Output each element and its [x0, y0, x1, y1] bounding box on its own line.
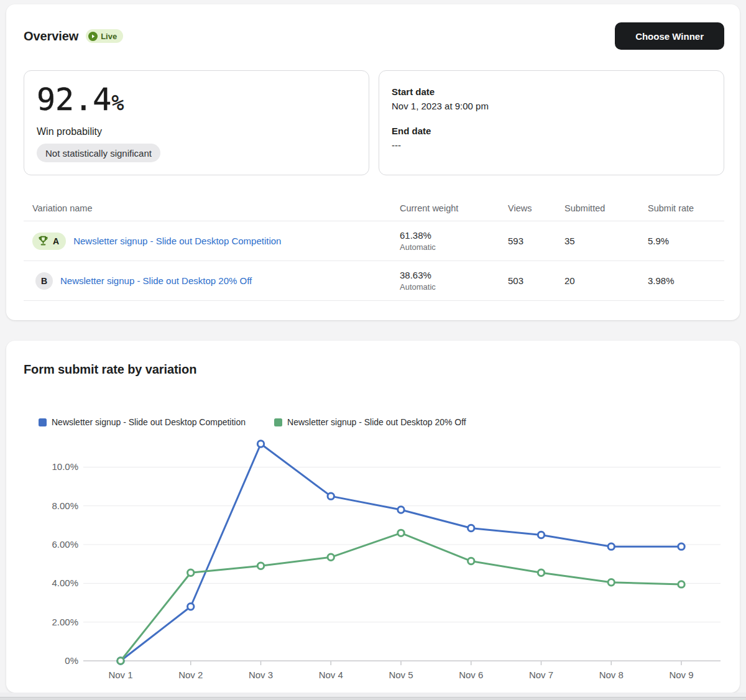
win-probability-label: Win probability	[37, 126, 356, 137]
svg-text:8.00%: 8.00%	[52, 500, 78, 511]
live-badge: Live	[86, 29, 123, 43]
choose-winner-button[interactable]: Choose Winner	[615, 22, 724, 50]
legend-item-variation-a: Newsletter signup - Slide out Desktop Co…	[39, 417, 246, 427]
views-value: 593	[508, 236, 564, 246]
weight-value: 38.63%	[400, 269, 508, 282]
table-row: B Newsletter signup - Slide out Desktop …	[24, 261, 724, 301]
svg-text:Nov 5: Nov 5	[389, 670, 413, 680]
win-probability-box: 92.4% Win probability Not statistically …	[24, 70, 369, 175]
weight-mode: Automatic	[400, 242, 508, 253]
start-date-value: Nov 1, 2023 at 9:00 pm	[392, 99, 711, 113]
legend-swatch-green	[274, 418, 282, 426]
variation-a-link[interactable]: Newsletter signup - Slide out Desktop Co…	[73, 236, 281, 246]
col-submitted: Submitted	[564, 203, 648, 213]
col-variation-name: Variation name	[24, 203, 400, 213]
table-row: A Newsletter signup - Slide out Desktop …	[24, 221, 724, 261]
submit-rate-line-chart: 0%2.00%4.00%6.00%8.00%10.0%Nov 1Nov 2Nov…	[24, 428, 725, 685]
legend-label: Newsletter signup - Slide out Desktop 20…	[287, 417, 466, 427]
svg-text:Nov 9: Nov 9	[669, 670, 693, 680]
svg-text:4.00%: 4.00%	[52, 578, 78, 588]
live-badge-label: Live	[101, 32, 117, 41]
svg-text:Nov 8: Nov 8	[599, 670, 624, 680]
legend-item-variation-b: Newsletter signup - Slide out Desktop 20…	[274, 417, 466, 427]
variation-b-badge: B	[35, 272, 53, 290]
svg-text:Nov 6: Nov 6	[459, 670, 483, 680]
legend-label: Newsletter signup - Slide out Desktop Co…	[52, 417, 246, 427]
svg-text:2.00%: 2.00%	[52, 617, 78, 627]
col-views: Views	[508, 203, 564, 213]
variation-a-winner-badge: A	[32, 233, 66, 250]
next-card-gap	[0, 693, 746, 697]
next-card-edge	[0, 697, 746, 700]
svg-text:Nov 4: Nov 4	[319, 670, 343, 680]
submitted-value: 35	[564, 236, 648, 246]
svg-text:Nov 2: Nov 2	[178, 670, 203, 680]
variations-table: Variation name Current weight Views Subm…	[24, 195, 724, 301]
chart-card: Form submit rate by variation Newsletter…	[6, 341, 740, 693]
trophy-icon	[37, 235, 49, 247]
variation-b-link[interactable]: Newsletter signup - Slide out Desktop 20…	[60, 275, 252, 286]
significance-badge: Not statistically significant	[37, 144, 160, 162]
chart-legend: Newsletter signup - Slide out Desktop Co…	[39, 417, 724, 427]
legend-swatch-blue	[39, 418, 47, 426]
variation-a-letter: A	[53, 236, 59, 246]
col-current-weight: Current weight	[400, 203, 508, 213]
submit-rate-value: 5.9%	[648, 236, 724, 246]
views-value: 503	[508, 275, 564, 286]
svg-text:10.0%: 10.0%	[52, 461, 78, 472]
table-header: Variation name Current weight Views Subm…	[24, 195, 724, 221]
svg-text:6.00%: 6.00%	[52, 539, 78, 550]
svg-text:Nov 3: Nov 3	[249, 670, 273, 680]
submit-rate-value: 3.98%	[648, 275, 724, 286]
col-submit-rate: Submit rate	[648, 203, 724, 213]
dates-box: Start date Nov 1, 2023 at 9:00 pm End da…	[379, 70, 724, 175]
overview-header: Overview Live Choose Winner	[24, 4, 724, 50]
overview-card: Overview Live Choose Winner 92.4% Win pr…	[6, 4, 740, 320]
overview-title: Overview	[24, 29, 78, 44]
weight-mode: Automatic	[400, 282, 508, 293]
svg-text:0%: 0%	[65, 655, 78, 666]
weight-value: 61.38%	[400, 229, 508, 242]
win-probability-value: 92.4%	[37, 87, 356, 116]
svg-text:Nov 7: Nov 7	[529, 670, 553, 680]
submitted-value: 20	[564, 275, 648, 286]
chart-title: Form submit rate by variation	[24, 341, 724, 377]
end-date-value: ---	[392, 139, 711, 152]
start-date-label: Start date	[392, 85, 711, 99]
end-date-label: End date	[392, 124, 711, 138]
live-play-icon	[88, 32, 98, 41]
svg-text:Nov 1: Nov 1	[108, 670, 132, 680]
